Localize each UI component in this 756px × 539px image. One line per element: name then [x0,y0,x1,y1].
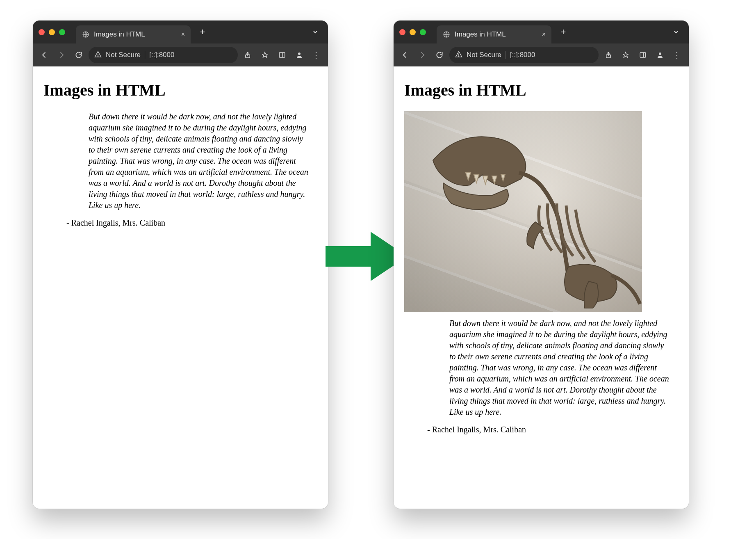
tab-close-button[interactable]: × [542,31,546,38]
new-tab-button[interactable]: + [196,25,209,39]
tabs-menu-button[interactable] [669,25,683,39]
url-text: [::]:8000 [149,51,174,59]
page-heading: Images in HTML [43,80,317,100]
profile-button[interactable] [292,48,307,62]
window-close-button[interactable] [399,29,405,35]
quote-text: But down there it would be dark now, and… [449,318,671,418]
reload-button[interactable] [71,48,86,62]
page-heading: Images in HTML [404,80,678,100]
back-button[interactable] [398,48,412,62]
page-content: Images in HTML But down there it would b… [33,66,328,509]
svg-rect-9 [640,53,646,57]
security-label: Not Secure [106,51,141,59]
back-button[interactable] [37,48,52,62]
browser-tab[interactable]: Images in HTML × [437,25,551,43]
titlebar: Images in HTML × + [33,21,328,43]
tab-close-button[interactable]: × [181,31,185,38]
window-minimize-button[interactable] [49,29,55,35]
window-minimize-button[interactable] [410,29,416,35]
sidepanel-button[interactable] [275,48,289,62]
svg-rect-3 [279,53,285,57]
dinosaur-skeleton-icon [404,111,642,312]
toolbar: Not Secure [::]:8000 ⋮ [33,43,328,66]
traffic-lights [399,29,426,35]
window-zoom-button[interactable] [420,29,426,35]
dinosaur-image [404,111,642,312]
svg-point-4 [298,53,301,55]
url-text: [::]:8000 [510,51,535,59]
tabs-menu-button[interactable] [308,25,322,39]
sidepanel-button[interactable] [635,48,650,62]
toolbar: Not Secure [::]:8000 ⋮ [394,43,689,66]
browser-menu-button[interactable]: ⋮ [309,48,324,62]
globe-icon [82,30,90,39]
address-bar[interactable]: Not Secure [::]:8000 [89,47,238,63]
bookmark-button[interactable] [618,48,633,62]
profile-button[interactable] [653,48,667,62]
quote-attribution: - Rachel Ingalls, Mrs. Caliban [66,218,317,228]
svg-point-10 [659,53,661,55]
globe-icon [442,30,451,39]
tab-title: Images in HTML [455,30,538,39]
bookmark-button[interactable] [257,48,272,62]
browser-window-after: Images in HTML × + Not Secure [::]:8000 [394,21,689,509]
window-close-button[interactable] [39,29,45,35]
address-divider [145,51,145,59]
forward-button[interactable] [54,48,69,62]
share-button[interactable] [601,48,616,62]
svg-point-1 [98,55,98,56]
browser-menu-button[interactable]: ⋮ [670,48,685,62]
titlebar: Images in HTML × + [394,21,689,43]
not-secure-icon [94,50,102,60]
share-button[interactable] [240,48,255,62]
reload-button[interactable] [432,48,447,62]
browser-tab[interactable]: Images in HTML × [76,25,191,43]
not-secure-icon [455,50,462,60]
svg-point-7 [458,55,459,56]
window-zoom-button[interactable] [59,29,65,35]
new-tab-button[interactable]: + [556,25,570,39]
tab-title: Images in HTML [94,30,177,39]
traffic-lights [39,29,65,35]
quote-text: But down there it would be dark now, and… [89,111,310,211]
security-label: Not Secure [467,51,501,59]
browser-window-before: Images in HTML × + Not Secure [::]:8000 [33,21,328,509]
forward-button[interactable] [415,48,430,62]
page-content: Images in HTML [394,66,689,509]
address-divider [506,51,506,59]
quote-attribution: - Rachel Ingalls, Mrs. Caliban [427,425,678,434]
address-bar[interactable]: Not Secure [::]:8000 [449,47,599,63]
